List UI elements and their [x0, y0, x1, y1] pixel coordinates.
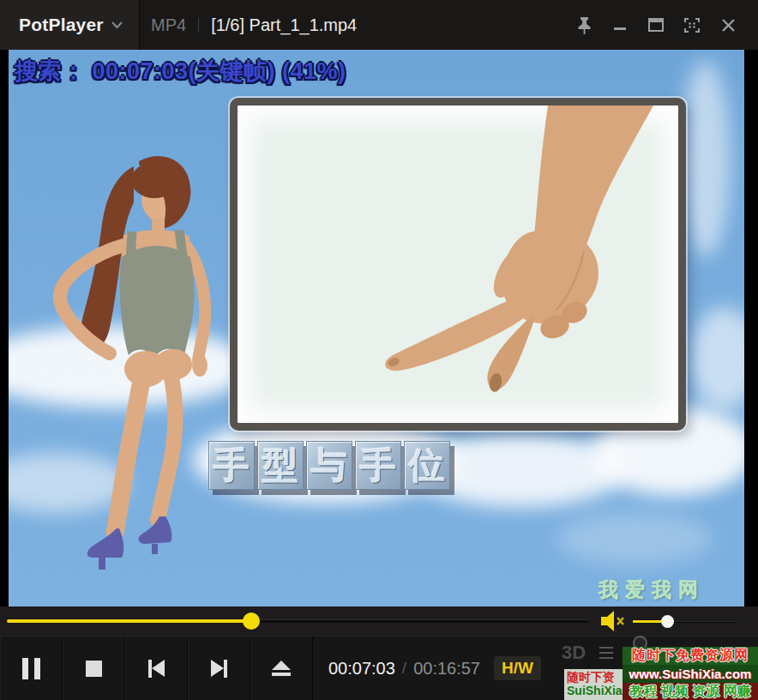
- watermark-small: 随时下资 SuiShiXia: [564, 669, 624, 700]
- fullscreen-icon: [684, 18, 700, 33]
- seek-progress[interactable]: [7, 619, 251, 623]
- hw-decoder-badge[interactable]: H/W: [494, 656, 541, 680]
- next-icon: [211, 660, 227, 678]
- pin-button[interactable]: [566, 6, 602, 44]
- pause-icon: [22, 658, 40, 679]
- cloud: [681, 60, 731, 257]
- volume-level[interactable]: [633, 620, 661, 623]
- pin-icon: [576, 16, 593, 34]
- total-time: 00:16:57: [413, 659, 480, 679]
- watermark-large-line3: 教程 视频 资源 网赚: [623, 683, 758, 700]
- watermark-large-line1: 随时下免费资源网: [623, 647, 758, 665]
- volume-handle[interactable]: [661, 615, 674, 628]
- eject-button[interactable]: [250, 637, 313, 700]
- cloud: [557, 513, 712, 564]
- file-title: [1/6] Part_1_1.mp4: [211, 15, 357, 35]
- current-time: 00:07:03: [328, 659, 395, 679]
- seek-bar-row: [0, 606, 758, 636]
- caption-tile: 与: [306, 441, 352, 490]
- osd-search-text: 搜索： 00:07:03(关键帧) (41%): [15, 56, 346, 87]
- pause-button[interactable]: [0, 637, 63, 700]
- chevron-down-icon: [111, 21, 123, 29]
- app-menu[interactable]: PotPlayer: [0, 0, 140, 50]
- minimize-button[interactable]: [602, 6, 638, 44]
- caption-tile: 型: [257, 441, 304, 490]
- previous-icon: [148, 660, 165, 678]
- hamburger-icon[interactable]: [599, 647, 613, 659]
- caption-tile: 手: [355, 441, 401, 490]
- station-watermark: 我爱我网: [599, 576, 705, 603]
- eject-icon: [272, 661, 291, 676]
- speaker-muted-icon[interactable]: [600, 610, 628, 632]
- stop-icon: [86, 661, 102, 677]
- watermark-small-line2: SuiShiXia: [567, 684, 622, 697]
- format-badge: MP4: [151, 15, 186, 35]
- video-area[interactable]: 搜索： 00:07:03(关键帧) (41%): [0, 50, 758, 606]
- pointing-hand-illustration: [238, 106, 678, 423]
- cloud: [690, 307, 744, 410]
- maximize-icon: [648, 18, 664, 32]
- caption-tile: 位: [404, 441, 450, 490]
- window-buttons: [566, 6, 758, 44]
- close-button[interactable]: [710, 6, 746, 44]
- minimize-icon: [613, 18, 627, 32]
- previous-button[interactable]: [125, 637, 188, 700]
- woman-figure: [26, 148, 232, 576]
- close-icon: [721, 18, 736, 33]
- fullscreen-button[interactable]: [674, 6, 710, 44]
- video-content: 搜索： 00:07:03(关键帧) (41%): [9, 50, 744, 606]
- 3d-button[interactable]: 3D: [562, 642, 586, 664]
- volume-track[interactable]: [675, 621, 738, 623]
- title-separator: [198, 17, 199, 33]
- watermark-small-line1: 随时下资: [567, 670, 622, 684]
- watermark-large: 随时下免费资源网 www.SuiShiXia.com 教程 视频 资源 网赚: [623, 647, 758, 700]
- stop-button[interactable]: [63, 637, 125, 700]
- maximize-button[interactable]: [638, 6, 674, 44]
- time-display: 00:07:03 / 00:16:57 H/W: [328, 637, 541, 700]
- seek-track[interactable]: [260, 619, 588, 623]
- caption-tile: 手: [208, 441, 255, 490]
- picture-frame: [230, 98, 686, 431]
- next-button[interactable]: [188, 637, 250, 700]
- seek-handle[interactable]: [243, 612, 260, 630]
- watermark-large-line2: www.SuiShiXia.com: [623, 665, 758, 683]
- potplayer-window: PotPlayer MP4 [1/6] Part_1_1.mp4: [0, 0, 758, 700]
- video-caption: 手 型 与 手 位: [208, 441, 450, 490]
- app-name: PotPlayer: [19, 15, 104, 35]
- title-info: MP4 [1/6] Part_1_1.mp4: [140, 15, 357, 35]
- time-separator: /: [402, 659, 406, 678]
- title-bar: PotPlayer MP4 [1/6] Part_1_1.mp4: [0, 0, 758, 50]
